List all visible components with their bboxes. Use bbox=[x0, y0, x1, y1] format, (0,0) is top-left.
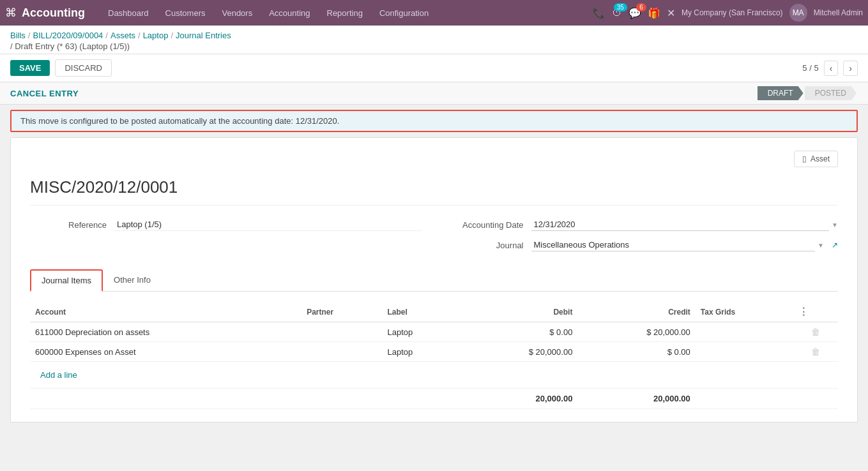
nav-accounting[interactable]: Accounting bbox=[261, 0, 317, 26]
col-partner: Partner bbox=[301, 302, 382, 322]
add-line-cell: Add a line bbox=[30, 362, 838, 389]
tab-journal-items[interactable]: Journal Items bbox=[30, 269, 103, 292]
row1-debit: $ 0.00 bbox=[460, 322, 577, 342]
breadcrumb-assets[interactable]: Assets bbox=[110, 31, 135, 40]
status-posted: POSTED bbox=[805, 86, 857, 100]
totals-end bbox=[696, 389, 838, 409]
journal-select[interactable]: Miscellaneous Operations ▼ bbox=[531, 239, 825, 251]
journal-field: Journal Miscellaneous Operations ▼ ↗ bbox=[447, 239, 839, 251]
row2-tax-grids bbox=[696, 342, 793, 362]
nav-dashboard[interactable]: Dashboard bbox=[100, 0, 156, 26]
grid-icon[interactable]: ⌘ bbox=[5, 6, 17, 20]
col-tax-grids: Tax Grids bbox=[696, 302, 793, 322]
sep1: / bbox=[28, 31, 31, 40]
breadcrumb: Bills / BILL/2020/09/0004 / Assets / Lap… bbox=[10, 31, 858, 40]
nav-customers[interactable]: Customers bbox=[158, 0, 213, 26]
top-navigation: ⌘ Accounting Dashboard Customers Vendors… bbox=[0, 0, 868, 26]
gift-icon[interactable]: 🎁 bbox=[648, 7, 660, 19]
breadcrumb-journal-entries[interactable]: Journal Entries bbox=[176, 31, 231, 40]
row2-debit: $ 20,000.00 bbox=[460, 342, 577, 362]
sep3: / bbox=[138, 31, 141, 40]
company-name: My Company (San Francisco) bbox=[681, 8, 783, 17]
delete-row1-icon[interactable]: 🗑 bbox=[811, 327, 820, 337]
breadcrumb-sub: / Draft Entry (* 63) (Laptop (1/5)) bbox=[10, 41, 858, 51]
journal-value: Miscellaneous Operations bbox=[531, 239, 816, 251]
alert-info: This move is configured to be posted aut… bbox=[10, 110, 858, 132]
accounting-date-label: Accounting Date bbox=[447, 220, 524, 230]
breadcrumb-bill-id[interactable]: BILL/2020/09/0004 bbox=[33, 31, 103, 40]
accounting-date-value: 12/31/2020 bbox=[531, 218, 830, 231]
breadcrumb-bills[interactable]: Bills bbox=[10, 31, 26, 40]
nav-vendors[interactable]: Vendors bbox=[214, 0, 260, 26]
tabs: Journal Items Other Info bbox=[30, 269, 838, 292]
row2-label: Laptop bbox=[383, 342, 460, 362]
form-col-left: Reference Laptop (1/5) bbox=[30, 218, 422, 239]
reference-field: Reference Laptop (1/5) bbox=[30, 218, 422, 231]
journal-title: MISC/2020/12/0001 bbox=[30, 177, 838, 206]
asset-button-label: Asset bbox=[811, 154, 830, 163]
column-options-icon[interactable]: ⋮ bbox=[798, 306, 809, 317]
totals-row: 20,000.00 20,000.00 bbox=[30, 389, 838, 409]
breadcrumb-bar: Bills / BILL/2020/09/0004 / Assets / Lap… bbox=[0, 26, 868, 54]
close-icon[interactable]: ✕ bbox=[667, 7, 675, 19]
row2-delete[interactable]: 🗑 bbox=[793, 342, 838, 362]
next-button[interactable]: › bbox=[843, 61, 858, 76]
row1-credit: $ 20,000.00 bbox=[577, 322, 695, 342]
discard-button[interactable]: DISCARD bbox=[55, 59, 112, 77]
status-draft: DRAFT bbox=[758, 86, 803, 100]
chat-badge: 6 bbox=[636, 3, 646, 11]
col-credit: Credit bbox=[577, 302, 695, 322]
asset-cube-icon: ▯ bbox=[802, 154, 807, 163]
asset-button[interactable]: ▯ Asset bbox=[794, 151, 838, 167]
accounting-date-arrow: ▼ bbox=[832, 221, 838, 228]
accounting-date-field: Accounting Date 12/31/2020 ▼ bbox=[447, 218, 839, 231]
nav-reporting[interactable]: Reporting bbox=[319, 0, 370, 26]
alert-message: This move is configured to be posted aut… bbox=[20, 116, 339, 126]
table-row: 611000 Depreciation on assets Laptop $ 0… bbox=[30, 322, 838, 342]
totals-debit: 20,000.00 bbox=[460, 389, 577, 409]
phone-icon[interactable]: 📞 bbox=[593, 7, 605, 19]
tab-other-info[interactable]: Other Info bbox=[103, 269, 162, 291]
status-bar: CANCEL ENTRY DRAFT POSTED bbox=[0, 82, 868, 105]
timer-icon[interactable]: ⏱ 35 bbox=[612, 7, 622, 19]
nav-menu: Dashboard Customers Vendors Accounting R… bbox=[100, 0, 593, 26]
row1-label: Laptop bbox=[383, 322, 460, 342]
breadcrumb-laptop[interactable]: Laptop bbox=[143, 31, 169, 40]
save-button[interactable]: SAVE bbox=[10, 60, 50, 76]
pagination-info: 5 / 5 bbox=[802, 63, 818, 73]
col-actions: ⋮ bbox=[793, 302, 838, 322]
cancel-entry-button[interactable]: CANCEL ENTRY bbox=[10, 89, 79, 98]
app-name[interactable]: Accounting bbox=[22, 6, 85, 20]
toolbar: SAVE DISCARD 5 / 5 ‹ › bbox=[0, 54, 868, 82]
col-label: Label bbox=[383, 302, 460, 322]
journal-external-link[interactable]: ↗ bbox=[832, 241, 838, 250]
totals-credit: 20,000.00 bbox=[577, 389, 695, 409]
status-pipeline: DRAFT POSTED bbox=[758, 86, 858, 100]
add-line-button[interactable]: Add a line bbox=[35, 366, 82, 384]
form-card: ▯ Asset MISC/2020/12/0001 Reference Lapt… bbox=[10, 137, 858, 422]
reference-value[interactable]: Laptop (1/5) bbox=[114, 218, 422, 231]
row1-delete[interactable]: 🗑 bbox=[793, 322, 838, 342]
row2-credit: $ 0.00 bbox=[577, 342, 695, 362]
delete-row2-icon[interactable]: 🗑 bbox=[811, 347, 820, 357]
row2-account[interactable]: 600000 Expenses on Asset bbox=[30, 342, 301, 362]
avatar[interactable]: MA bbox=[789, 4, 807, 22]
form-col-right: Accounting Date 12/31/2020 ▼ Journal Mis… bbox=[447, 218, 839, 259]
row1-account[interactable]: 611000 Depreciation on assets bbox=[30, 322, 301, 342]
toolbar-right: 5 / 5 ‹ › bbox=[802, 61, 858, 76]
journal-table: Account Partner Label Debit Credit Tax G… bbox=[30, 302, 838, 409]
journal-arrow: ▼ bbox=[818, 242, 824, 249]
accounting-date-select[interactable]: 12/31/2020 ▼ bbox=[531, 218, 839, 231]
user-name: Mitchell Admin bbox=[814, 8, 863, 17]
nav-configuration[interactable]: Configuration bbox=[372, 0, 436, 26]
add-line-row: Add a line bbox=[30, 362, 838, 389]
asset-button-container: ▯ Asset bbox=[30, 151, 838, 167]
journal-label: Journal bbox=[447, 241, 524, 250]
table-header-row: Account Partner Label Debit Credit Tax G… bbox=[30, 302, 838, 322]
chat-icon[interactable]: 💬 6 bbox=[628, 7, 641, 19]
topnav-right: 📞 ⏱ 35 💬 6 🎁 ✕ My Company (San Francisco… bbox=[593, 4, 863, 22]
prev-button[interactable]: ‹ bbox=[824, 61, 839, 76]
row1-tax-grids bbox=[696, 322, 793, 342]
row1-partner bbox=[301, 322, 382, 342]
timer-badge: 35 bbox=[614, 3, 627, 11]
